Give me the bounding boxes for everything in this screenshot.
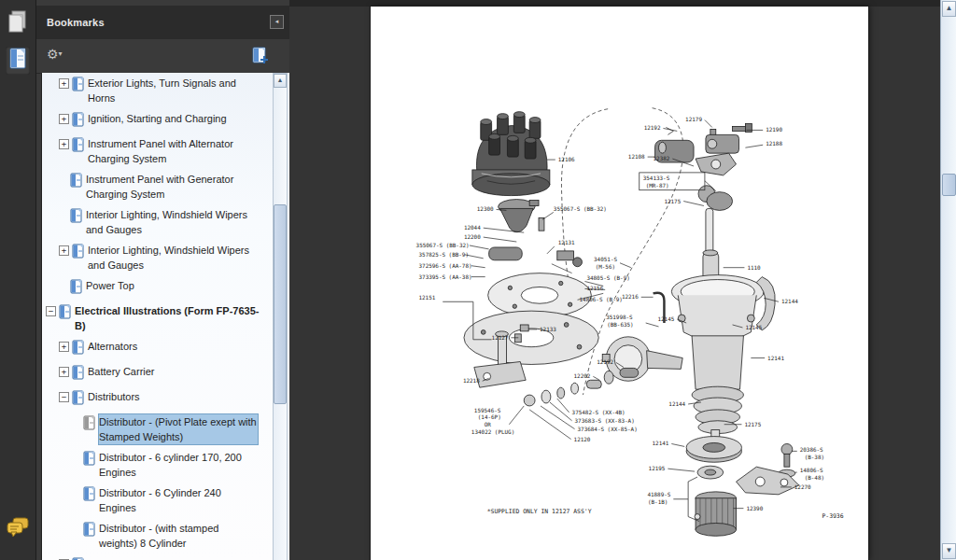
expander-toggle[interactable]: + bbox=[59, 114, 69, 124]
bookmark-item[interactable]: +Interior Lighting, Windshield Wipers an… bbox=[42, 240, 290, 275]
panel-options-button[interactable]: ◂ bbox=[270, 15, 284, 29]
part-label: (B-38) bbox=[805, 454, 824, 460]
scroll-up-arrow[interactable]: ▲ bbox=[942, 1, 956, 17]
part-label: 1110 bbox=[747, 264, 761, 271]
document-scrollbar[interactable]: ▲ ▼ bbox=[940, 0, 956, 560]
part-label: 12131 bbox=[558, 239, 575, 245]
bookmark-item[interactable]: +Exterior Lights, Turn Signals and Horns bbox=[42, 73, 290, 108]
part-label: 354133-S bbox=[643, 175, 670, 181]
comments-icon bbox=[6, 515, 30, 543]
bookmark-label[interactable]: Distributor - (Pivot Plate exept with St… bbox=[99, 414, 258, 444]
bookmark-item[interactable]: +Alternators bbox=[42, 336, 290, 361]
part-label: 12195 bbox=[649, 465, 666, 471]
pdf-page[interactable]: 121921217912190121081218812382354133-S(M… bbox=[371, 7, 868, 560]
expander-toggle[interactable]: − bbox=[46, 306, 56, 316]
part-label: 12106 bbox=[558, 156, 575, 162]
part-label: 12120 bbox=[574, 436, 591, 442]
bookmark-label[interactable]: Electrical Systems bbox=[88, 556, 263, 560]
bookmarks-panel-header: Bookmarks ◂ bbox=[35, 6, 289, 40]
tree-spacer bbox=[59, 210, 67, 218]
gear-icon[interactable]: ⚙▾ bbox=[47, 47, 63, 62]
chevron-down-icon: ▾ bbox=[59, 49, 63, 58]
bookmark-item[interactable]: +Electrical Systems bbox=[42, 553, 290, 560]
bookmark-label[interactable]: Power Top bbox=[86, 278, 261, 293]
bookmark-label[interactable]: Electrical Illustrations (Form FP-7635-B… bbox=[75, 303, 266, 333]
bookmark-label[interactable]: Exterior Lights, Turn Signals and Horns bbox=[88, 76, 263, 105]
bookmark-item[interactable]: Distributor - (Pivot Plate exept with St… bbox=[42, 412, 290, 447]
bookmark-page-icon bbox=[72, 390, 84, 409]
scroll-down-arrow[interactable]: ▼ bbox=[942, 543, 956, 559]
part-label: 12192 bbox=[597, 358, 613, 365]
bookmark-item[interactable]: +Ignition, Starting and Charging bbox=[42, 108, 290, 133]
expander-toggle[interactable]: − bbox=[59, 392, 69, 402]
bookmark-label[interactable]: Interior Lighting, Windshield Wipers and… bbox=[86, 207, 261, 237]
bookmark-page-icon bbox=[72, 244, 84, 262]
page-thumbnails-button[interactable] bbox=[6, 9, 30, 37]
bookmark-item[interactable]: Distributor - (with stamped weights) 8 C… bbox=[42, 518, 290, 553]
bookmark-item[interactable]: −Distributors bbox=[42, 386, 290, 412]
part-label: 12216 bbox=[622, 293, 639, 300]
bookmark-label[interactable]: Distributor - (with stamped weights) 8 C… bbox=[99, 521, 258, 551]
expander-toggle[interactable]: + bbox=[59, 245, 69, 256]
bookmarks-panel: Bookmarks ◂ ⚙▾ +Exterior Lights, Turn Si… bbox=[35, 0, 289, 560]
part-label: 12175 bbox=[744, 421, 761, 427]
tree-spacer bbox=[72, 417, 80, 426]
distributor-diagram: 121921217912190121081218812382354133-S(M… bbox=[371, 7, 868, 560]
distributor-cap bbox=[472, 112, 550, 196]
part-label: 372596-S (AA-78) bbox=[419, 262, 472, 269]
part-label: OR bbox=[485, 421, 492, 427]
bookmark-label[interactable]: Distributor - 6 Cylinder 240 Engines bbox=[99, 485, 258, 515]
part-label: 12179 bbox=[685, 116, 702, 122]
bookmark-label[interactable]: Alternators bbox=[88, 339, 263, 354]
bookmark-item[interactable]: Interior Lighting, Windshield Wipers and… bbox=[42, 204, 290, 240]
part-label: 34805-S (B-9) bbox=[586, 274, 629, 281]
bookmark-label[interactable]: Battery Carrier bbox=[88, 364, 263, 379]
expander-toggle[interactable]: + bbox=[59, 342, 69, 352]
part-label: 375482-S (XX-4B) bbox=[572, 409, 626, 415]
bookmark-item[interactable]: Distributor - 6 Cylinder 240 Engines bbox=[42, 483, 290, 518]
bookmark-item[interactable]: Instrument Panel with Generator Charging… bbox=[42, 169, 290, 204]
part-label: 12190 bbox=[766, 126, 782, 133]
part-label: 34051-S bbox=[594, 256, 617, 262]
bookmark-item[interactable]: +Instrument Panel with Alternator Chargi… bbox=[42, 133, 290, 169]
expander-toggle[interactable]: + bbox=[59, 367, 69, 377]
cap-clamp bbox=[756, 277, 775, 330]
expander-toggle[interactable]: + bbox=[59, 78, 69, 89]
bookmark-item[interactable]: −Electrical Illustrations (Form FP-7635-… bbox=[42, 301, 290, 336]
scroll-up-arrow[interactable]: ▲ bbox=[274, 74, 287, 88]
bookmark-label[interactable]: Distributors bbox=[88, 389, 263, 404]
expander-toggle[interactable]: + bbox=[59, 139, 69, 149]
distributor-housing bbox=[671, 275, 764, 460]
document-top-edge bbox=[289, 0, 956, 7]
bookmark-label[interactable]: Ignition, Starting and Charging bbox=[88, 111, 263, 126]
bookmark-label[interactable]: Instrument Panel with Generator Charging… bbox=[86, 172, 261, 202]
part-label: 373395-S (AA-38) bbox=[419, 273, 472, 280]
bookmark-label[interactable]: Interior Lighting, Windshield Wipers and… bbox=[88, 243, 263, 273]
shaft-collar bbox=[686, 437, 741, 463]
condenser bbox=[489, 247, 523, 260]
part-label: (B-1B) bbox=[648, 498, 668, 505]
leader-line bbox=[620, 263, 631, 268]
part-label: 12218 bbox=[463, 377, 480, 384]
bookmarks-icon bbox=[8, 47, 27, 75]
part-label: 12192 bbox=[644, 124, 661, 131]
bookmark-item[interactable]: Distributor - 6 cylinder 170, 200 Engine… bbox=[42, 447, 290, 483]
bookmark-item[interactable]: +Battery Carrier bbox=[42, 361, 290, 386]
bookmarks-panel-button[interactable] bbox=[6, 47, 30, 75]
vacuum-advance bbox=[602, 337, 682, 381]
bookmark-page-icon bbox=[83, 415, 95, 434]
bookmarks-scrollbar[interactable]: ▲ bbox=[273, 73, 288, 560]
bookmark-label[interactable]: Instrument Panel with Alternator Chargin… bbox=[88, 136, 263, 166]
bookmark-page-icon bbox=[70, 173, 82, 191]
drive-gear bbox=[695, 492, 736, 536]
bookmark-label[interactable]: Distributor - 6 cylinder 170, 200 Engine… bbox=[99, 450, 258, 480]
new-bookmark-button[interactable] bbox=[252, 46, 269, 68]
leader-line bbox=[509, 406, 524, 425]
part-label: 12044 bbox=[464, 224, 481, 231]
part-label: 12141 bbox=[767, 355, 784, 361]
nut bbox=[520, 325, 528, 331]
bookmark-item[interactable]: Power Top bbox=[42, 275, 290, 301]
comments-button[interactable] bbox=[6, 515, 30, 543]
scrollbar-thumb[interactable] bbox=[274, 204, 287, 404]
scrollbar-thumb[interactable] bbox=[942, 174, 956, 196]
